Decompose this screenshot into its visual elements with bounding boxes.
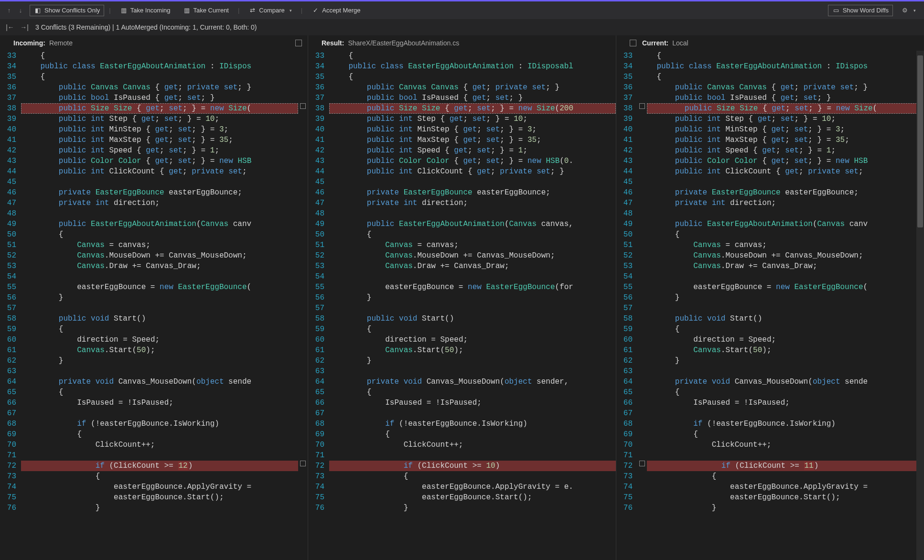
code-line[interactable]: 47 private int direction; <box>616 198 924 208</box>
code-line[interactable]: 51 Canvas = canvas; <box>616 240 924 250</box>
code-line[interactable]: 34 public class EasterEggAboutAnimation … <box>616 61 924 72</box>
code-line[interactable]: 74 easterEggBounce.ApplyGravity = <box>0 482 308 492</box>
code-line[interactable]: 58 public void Start() <box>0 313 308 324</box>
code-line[interactable]: 64 private void Canvas_MouseDown(object … <box>308 377 616 387</box>
code-line[interactable]: 48 <box>308 208 616 219</box>
code-line[interactable]: 41 public int MaxStep { get; set; } = 35… <box>308 135 616 145</box>
code-line[interactable]: 51 Canvas = canvas; <box>0 240 308 250</box>
code-line[interactable]: 56 } <box>308 292 616 303</box>
code-line[interactable]: 38 public Size Size { get; set; } = new … <box>616 103 924 114</box>
code-line[interactable]: 57 <box>0 303 308 313</box>
code-line[interactable]: 40 public int MinStep { get; set; } = 3; <box>308 124 616 135</box>
code-line[interactable]: 56 } <box>0 292 308 303</box>
code-line[interactable]: 36 public Canvas Canvas { get; private s… <box>308 82 616 93</box>
code-line[interactable]: 37 public bool IsPaused { get; set; } <box>308 93 616 103</box>
conflict-checkbox[interactable] <box>300 461 306 466</box>
code-line[interactable]: 34 public class EasterEggAboutAnimation … <box>308 61 616 72</box>
code-line[interactable]: 39 public int Step { get; set; } = 10; <box>0 114 308 124</box>
code-line[interactable]: 72 if (ClickCount >= 10) <box>308 461 616 471</box>
compare-dropdown[interactable]: ⇄ Compare <box>244 5 296 16</box>
code-line[interactable]: 62 } <box>308 355 616 366</box>
code-line[interactable]: 55 easterEggBounce = new EasterEggBounce… <box>616 282 924 292</box>
code-line[interactable]: 67 <box>308 408 616 419</box>
code-line[interactable]: 57 <box>616 303 924 313</box>
code-line[interactable]: 60 direction = Speed; <box>616 334 924 345</box>
code-line[interactable]: 60 direction = Speed; <box>0 334 308 345</box>
code-line[interactable]: 71 <box>308 450 616 461</box>
code-line[interactable]: 52 Canvas.MouseDown += Canvas_MouseDown; <box>0 250 308 261</box>
code-line[interactable]: 61 Canvas.Start(50); <box>616 345 924 355</box>
code-line[interactable]: 74 easterEggBounce.ApplyGravity = <box>616 482 924 492</box>
settings-dropdown[interactable]: ⚙ <box>897 5 920 16</box>
code-line[interactable]: 69 { <box>308 429 616 440</box>
code-line[interactable]: 37 public bool IsPaused { get; set; } <box>0 93 308 103</box>
code-line[interactable]: 68 if (!easterEggBounce.IsWorking) <box>308 419 616 429</box>
code-line[interactable]: 45 <box>308 177 616 187</box>
code-line[interactable]: 58 public void Start() <box>308 313 616 324</box>
code-line[interactable]: 71 <box>616 450 924 461</box>
code-line[interactable]: 49 public EasterEggAboutAnimation(Canvas… <box>308 219 616 229</box>
code-line[interactable]: 63 <box>616 366 924 377</box>
code-line[interactable]: 73 { <box>616 471 924 482</box>
code-line[interactable]: 54 <box>0 271 308 282</box>
vertical-scrollbar[interactable] <box>916 51 924 560</box>
code-line[interactable]: 64 private void Canvas_MouseDown(object … <box>0 377 308 387</box>
code-line[interactable]: 73 { <box>0 471 308 482</box>
code-line[interactable]: 76 } <box>616 503 924 513</box>
code-line[interactable]: 48 <box>616 208 924 219</box>
nav-first-icon[interactable]: |← <box>4 22 16 32</box>
code-line[interactable]: 61 Canvas.Start(50); <box>308 345 616 355</box>
take-current-button[interactable]: ▥ Take Current <box>179 5 233 16</box>
code-line[interactable]: 41 public int MaxStep { get; set; } = 35… <box>0 135 308 145</box>
code-line[interactable]: 49 public EasterEggAboutAnimation(Canvas… <box>616 219 924 229</box>
code-line[interactable]: 62 } <box>616 355 924 366</box>
code-line[interactable]: 44 public int ClickCount { get; private … <box>0 166 308 177</box>
code-line[interactable]: 41 public int MaxStep { get; set; } = 35… <box>616 135 924 145</box>
code-line[interactable]: 67 <box>0 408 308 419</box>
code-line[interactable]: 66 IsPaused = !IsPaused; <box>616 398 924 408</box>
result-code[interactable]: 33 {34 public class EasterEggAboutAnimat… <box>308 51 616 560</box>
conflict-checkbox[interactable] <box>300 103 306 109</box>
code-line[interactable]: 75 easterEggBounce.Start(); <box>308 492 616 503</box>
code-line[interactable]: 54 <box>616 271 924 282</box>
code-line[interactable]: 65 { <box>0 387 308 398</box>
code-line[interactable]: 52 Canvas.MouseDown += Canvas_MouseDown; <box>308 250 616 261</box>
code-line[interactable]: 36 public Canvas Canvas { get; private s… <box>0 82 308 93</box>
code-line[interactable]: 70 ClickCount++; <box>0 440 308 450</box>
code-line[interactable]: 40 public int MinStep { get; set; } = 3; <box>616 124 924 135</box>
code-line[interactable]: 34 public class EasterEggAboutAnimation … <box>0 61 308 72</box>
code-line[interactable]: 63 <box>0 366 308 377</box>
show-conflicts-only-button[interactable]: ◧ Show Conflicts Only <box>30 5 104 16</box>
code-line[interactable]: 76 } <box>308 503 616 513</box>
code-line[interactable]: 62 } <box>0 355 308 366</box>
code-line[interactable]: 55 easterEggBounce = new EasterEggBounce… <box>0 282 308 292</box>
code-line[interactable]: 67 <box>616 408 924 419</box>
code-line[interactable]: 39 public int Step { get; set; } = 10; <box>308 114 616 124</box>
current-code[interactable]: 33 {34 public class EasterEggAboutAnimat… <box>616 51 924 560</box>
code-line[interactable]: 35 { <box>0 72 308 82</box>
code-line[interactable]: 68 if (!easterEggBounce.IsWorking) <box>0 419 308 429</box>
code-line[interactable]: 33 { <box>308 51 616 61</box>
code-line[interactable]: 72 if (ClickCount >= 12) <box>0 461 308 471</box>
code-line[interactable]: 69 { <box>0 429 308 440</box>
code-line[interactable]: 43 public Color Color { get; set; } = ne… <box>308 156 616 166</box>
code-line[interactable]: 64 private void Canvas_MouseDown(object … <box>616 377 924 387</box>
code-line[interactable]: 40 public int MinStep { get; set; } = 3; <box>0 124 308 135</box>
code-line[interactable]: 61 Canvas.Start(50); <box>0 345 308 355</box>
show-word-diffs-button[interactable]: ▭ Show Word Diffs <box>828 5 893 16</box>
conflict-checkbox[interactable] <box>639 103 645 109</box>
code-line[interactable]: 44 public int ClickCount { get; private … <box>616 166 924 177</box>
nav-last-icon[interactable]: →| <box>18 22 31 32</box>
code-line[interactable]: 65 { <box>308 387 616 398</box>
code-line[interactable]: 53 Canvas.Draw += Canvas_Draw; <box>0 261 308 271</box>
code-line[interactable]: 59 { <box>0 324 308 334</box>
code-line[interactable]: 43 public Color Color { get; set; } = ne… <box>0 156 308 166</box>
current-header-checkbox[interactable] <box>630 40 636 46</box>
code-line[interactable]: 59 { <box>616 324 924 334</box>
code-line[interactable]: 49 public EasterEggAboutAnimation(Canvas… <box>0 219 308 229</box>
take-incoming-button[interactable]: ▥ Take Incoming <box>116 5 175 16</box>
code-line[interactable]: 69 { <box>616 429 924 440</box>
code-line[interactable]: 72 if (ClickCount >= 11) <box>616 461 924 471</box>
code-line[interactable]: 33 { <box>616 51 924 61</box>
code-line[interactable]: 68 if (!easterEggBounce.IsWorking) <box>616 419 924 429</box>
